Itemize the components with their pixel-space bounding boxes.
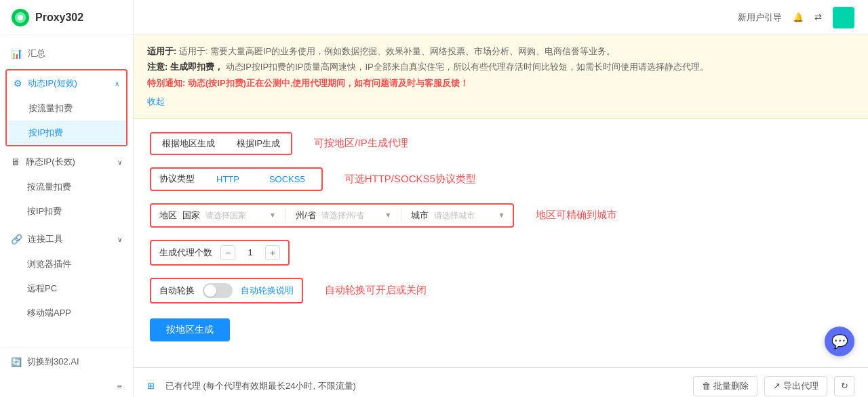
city-select-wrapper: 请选择城市 ▼ <box>434 211 505 220</box>
generate-row: 按地区生成 <box>150 316 852 341</box>
notice-line3: 特别通知: 动态(按IP扣费)正在公测中,使用代理期间，如有问题请及时与客服反馈… <box>147 75 854 91</box>
static-ip-icon: 🖥 <box>11 156 20 167</box>
location-box: 地区 国家 请选择国家 ▼ 州/省 请选择州/省 ▼ <box>150 203 514 228</box>
svg-point-2 <box>18 15 23 20</box>
count-row: 生成代理个数 − 1 + <box>150 240 852 266</box>
bottom-bar: ⊞ 已有代理 (每个代理有效期最长24小时, 不限流量) 🗑 批量删除 ↗ 导出… <box>134 367 868 397</box>
chat-fab-icon: 💬 <box>831 333 848 350</box>
export-label: 导出代理 <box>783 380 818 392</box>
avatar[interactable] <box>833 7 854 28</box>
generate-btn[interactable]: 按地区生成 <box>150 318 230 341</box>
logo-container: Proxy302 <box>0 0 133 35</box>
auto-rotate-toggle[interactable] <box>203 283 233 298</box>
sidebar-item-remote-pc-label: 远程PC <box>27 283 57 295</box>
sidebar-item-dashboard[interactable]: 📊 汇总 <box>0 41 133 66</box>
auto-rotate-explain[interactable]: 自动轮换说明 <box>241 285 294 297</box>
sidebar-item-browser-plugin[interactable]: 浏览器插件 <box>0 252 133 276</box>
sidebar-item-static-ip-billing[interactable]: 按IP扣费 <box>0 199 133 224</box>
count-box: 生成代理个数 − 1 + <box>150 240 290 266</box>
sidebar-item-dynamic-ip[interactable]: ⚙ 动态IP(短效) ∧ <box>7 70 126 96</box>
sidebar-dynamic-ip-group: ⚙ 动态IP(短效) ∧ 按流量扣费 按IP扣费 <box>5 69 127 146</box>
connection-tools-icon: 🔗 <box>11 234 22 245</box>
logo-icon <box>11 8 30 27</box>
translate-btn[interactable]: ⇄ <box>814 12 822 22</box>
region-tab-by-region[interactable]: 根据地区生成 <box>151 133 226 154</box>
bottom-bar-text: 已有代理 (每个代理有效期最长24小时, 不限流量) <box>165 380 356 392</box>
batch-delete-btn[interactable]: 🗑 批量删除 <box>693 376 757 396</box>
collapse-icon: ≡ <box>117 381 122 392</box>
auto-rotate-annotation: 自动轮换可开启或关闭 <box>325 284 427 297</box>
new-user-guide-btn[interactable]: 新用户引导 <box>738 12 782 24</box>
protocol-box: 协议类型 HTTP SOCKS5 <box>150 167 323 191</box>
sidebar-item-static-ip[interactable]: 🖥 静态IP(长效) ∨ <box>0 149 133 175</box>
location-province-label: 州/省 <box>296 209 316 222</box>
location-region-label: 地区 <box>159 209 177 222</box>
sidebar: Proxy302 📊 汇总 ⚙ 动态IP(短效) ∧ 按流量扣费 按IP扣费 🖥… <box>0 0 134 397</box>
sidebar-item-traffic-billing[interactable]: 按流量扣费 <box>7 96 126 121</box>
bell-icon: 🔔 <box>793 12 804 22</box>
new-user-guide-label: 新用户引导 <box>738 12 782 24</box>
dynamic-ip-icon: ⚙ <box>14 78 22 89</box>
country-select[interactable]: 请选择国家 <box>205 211 267 220</box>
chat-fab-btn[interactable]: 💬 <box>825 327 854 356</box>
notice-collapse-link[interactable]: 收起 <box>147 93 165 109</box>
city-select[interactable]: 请选择城市 <box>434 211 495 220</box>
bottom-bar-actions: 🗑 批量删除 ↗ 导出代理 ↻ <box>693 376 854 396</box>
count-minus-btn[interactable]: − <box>220 245 235 260</box>
sidebar-collapse-btn[interactable]: ≡ <box>0 376 133 397</box>
select-divider-1 <box>285 209 286 222</box>
form-section: 根据地区生成 根据IP生成 可按地区/IP生成代理 协议类型 HTTP SOCK… <box>134 119 868 367</box>
location-country-label: 国家 <box>182 209 200 222</box>
notice-box: 适用于: 适用于: 需要大量高匿IP的业务使用，例如数据挖掘、效果补量、网络投票… <box>134 35 868 119</box>
protocol-http[interactable]: HTTP <box>208 171 248 187</box>
protocol-socks5[interactable]: SOCKS5 <box>261 171 313 187</box>
notification-btn[interactable]: 🔔 <box>793 12 804 22</box>
sidebar-item-mobile-app-label: 移动端APP <box>27 307 71 319</box>
export-icon: ↗ <box>773 381 781 391</box>
refresh-icon: ↻ <box>841 381 848 391</box>
batch-delete-label: 批量删除 <box>713 380 749 392</box>
content-area: 适用于: 适用于: 需要大量高匿IP的业务使用，例如数据挖掘、效果补量、网络投票… <box>134 35 868 397</box>
notice-line1-text: 适用于: 需要大量高匿IP的业务使用，例如数据挖掘、效果补量、网络投票、市场分析… <box>179 46 616 56</box>
sidebar-item-static-ip-billing-label: 按IP扣费 <box>27 205 62 217</box>
sidebar-item-static-ip-label: 静态IP(长效) <box>26 156 75 168</box>
province-select[interactable]: 请选择州/省 <box>321 211 382 220</box>
count-label: 生成代理个数 <box>159 247 212 259</box>
count-plus-btn[interactable]: + <box>265 245 280 260</box>
region-annotation: 可按地区/IP生成代理 <box>314 137 408 150</box>
region-tab-by-ip[interactable]: 根据IP生成 <box>226 133 291 154</box>
city-select-arrow: ▼ <box>498 211 505 219</box>
export-btn[interactable]: ↗ 导出代理 <box>764 376 827 396</box>
location-row: 地区 国家 请选择国家 ▼ 州/省 请选择州/省 ▼ <box>150 203 852 228</box>
province-select-wrapper: 请选择州/省 ▼ <box>321 211 392 220</box>
notice-line2-text: 动态IP按IP扣费的IP质量高网速快，IP全部来自真实住宅，所以有些代理存活时间… <box>226 62 709 72</box>
dashboard-icon: 📊 <box>11 48 22 59</box>
chevron-down-icon-tools: ∨ <box>117 236 122 243</box>
toggle-knob <box>204 285 216 297</box>
country-select-wrapper: 请选择国家 ▼ <box>205 211 276 220</box>
refresh-btn[interactable]: ↻ <box>834 376 854 396</box>
select-divider-2 <box>401 209 401 222</box>
table-icon: ⊞ <box>147 381 155 391</box>
rotate-box: 自动轮换 自动轮换说明 <box>150 278 303 304</box>
sidebar-item-ip-billing-label: 按IP扣费 <box>28 127 63 139</box>
sidebar-item-ip-billing[interactable]: 按IP扣费 <box>7 121 126 145</box>
translate-icon: ⇄ <box>814 12 822 22</box>
switch-icon: 🔄 <box>11 357 22 367</box>
location-city-label: 城市 <box>411 209 429 222</box>
sidebar-item-switch-302-label: 切换到302.AI <box>27 356 79 368</box>
protocol-annotation: 可选HTTP/SOCKS5协议类型 <box>344 173 476 186</box>
sidebar-item-switch-302[interactable]: 🔄 切换到302.AI <box>0 347 133 376</box>
protocol-row: 协议类型 HTTP SOCKS5 可选HTTP/SOCKS5协议类型 <box>150 167 852 191</box>
sidebar-item-remote-pc[interactable]: 远程PC <box>0 276 133 301</box>
sidebar-item-traffic-billing-label: 按流量扣费 <box>28 102 73 114</box>
sidebar-item-mobile-app[interactable]: 移动端APP <box>0 301 133 325</box>
sidebar-item-connection-tools[interactable]: 🔗 连接工具 ∨ <box>0 226 133 252</box>
sidebar-item-static-traffic[interactable]: 按流量扣费 <box>0 175 133 199</box>
notice-line1: 适用于: 适用于: 需要大量高匿IP的业务使用，例如数据挖掘、效果补量、网络投票… <box>147 43 854 59</box>
trash-icon: 🗑 <box>702 381 711 391</box>
auto-rotate-row: 自动轮换 自动轮换说明 自动轮换可开启或关闭 <box>150 278 852 304</box>
region-row: 根据地区生成 根据IP生成 可按地区/IP生成代理 <box>150 132 852 155</box>
chevron-down-icon-static: ∨ <box>117 159 122 166</box>
logo-text: Proxy302 <box>35 12 83 24</box>
